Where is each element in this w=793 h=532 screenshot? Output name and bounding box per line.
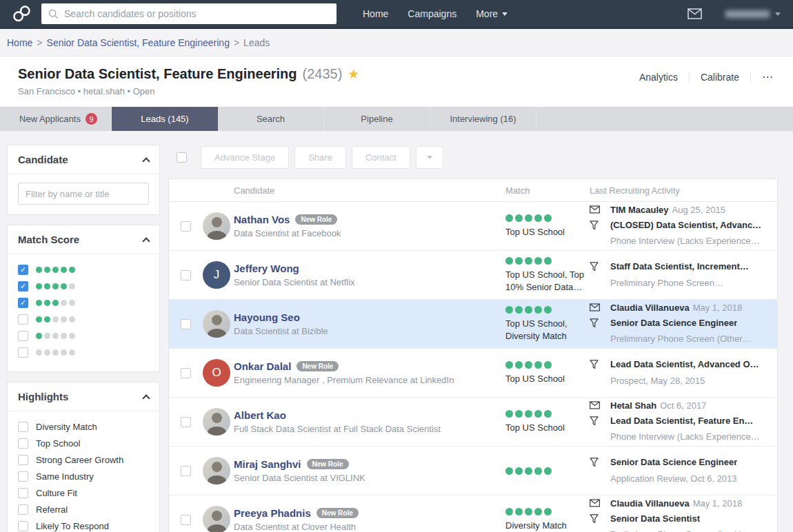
tab-leads[interactable]: Leads (145) [112,107,218,131]
checkbox[interactable] [18,488,28,498]
tab-search[interactable]: Search [218,107,324,131]
tab-new-applicants[interactable]: New Applicants 9 [6,107,112,131]
select-all-checkbox[interactable] [177,152,187,163]
messages-button[interactable] [687,8,702,19]
candidate-role: Data Scientist at Clover Health [234,522,505,532]
match-label: Diversity Match [505,520,590,532]
search-input[interactable] [64,8,330,19]
table-row[interactable]: J Jeffery Wong Senior Data Scientist at … [169,251,777,300]
favorite-star-icon[interactable] [348,68,359,81]
global-search [41,3,337,24]
checkbox[interactable] [18,331,28,341]
candidate-name-link[interactable]: Jeffery Wong [234,263,299,274]
envelope-icon [590,499,600,511]
candidate-role: Data Scientist at Bizible [234,326,505,336]
highlight-option: Likely To Respond [18,519,149,532]
candidate-name-link[interactable]: Albert Kao [234,409,286,421]
checkbox[interactable] [18,281,28,291]
envelope-icon [590,205,600,217]
highlight-option: Culture Fit [18,486,149,500]
row-checkbox[interactable] [181,368,191,378]
new-role-badge: New Role [297,361,339,371]
candidate-name-link[interactable]: Preeya Phadnis [234,507,311,519]
bulk-actions-toolbar: Advance Stage Share Contact [177,146,778,169]
checkbox[interactable] [18,471,28,482]
row-checkbox[interactable] [181,515,191,525]
table-row[interactable]: O Onkar Dalal New Role Engineering Manag… [169,349,777,398]
candidate-name-link[interactable]: Onkar Dalal [234,360,291,372]
match-score-dots [36,349,75,356]
share-button[interactable]: Share [294,146,346,169]
contact-button[interactable]: Contact [352,146,410,169]
table-row[interactable]: Preeya Phadnis New Role Data Scientist a… [169,495,777,532]
row-checkbox[interactable] [181,270,191,280]
breadcrumb-position[interactable]: Senior Data Scientist, Feature Engineeri… [47,37,230,48]
calibrate-button[interactable]: Calibrate [690,72,751,83]
row-checkbox[interactable] [181,466,191,476]
match-label: Top US School, Top 10% Senior Data… [505,269,590,293]
analytics-button[interactable]: Analytics [628,72,690,83]
checkbox[interactable] [18,298,28,308]
match-score-option [18,279,149,293]
app-logo-icon[interactable] [10,4,34,23]
nav-more[interactable]: More [476,8,508,19]
column-last-recruiting-activity: Last Recruiting Activity [590,185,777,196]
match-score-panel-header[interactable]: Match Score [8,225,159,254]
envelope-icon [590,303,600,315]
table-row[interactable]: Miraj Sanghvi New Role Senior Data Scien… [169,447,777,495]
candidate-name-link[interactable]: Nathan Vos [234,214,290,225]
chevron-up-icon [142,237,150,245]
leads-table: Candidate Match Last Recruiting Activity… [168,178,778,532]
candidate-name-link[interactable]: Hayoung Seo [234,311,300,323]
row-checkbox[interactable] [181,319,191,329]
table-row[interactable]: Nathan Vos New Role Data Scientist at Fa… [169,202,777,251]
highlight-option: Same Industry [18,469,149,483]
highlight-option: Referral [18,502,149,516]
highlights-panel-header[interactable]: Highlights [8,382,159,411]
user-menu[interactable] [725,10,781,18]
row-checkbox[interactable] [181,221,191,232]
breadcrumb-home[interactable]: Home [7,37,32,48]
nav-campaigns[interactable]: Campaigns [408,8,456,19]
breadcrumb-separator: > [234,37,239,48]
tab-pipeline[interactable]: Pipeline [324,107,430,131]
row-checkbox[interactable] [181,417,191,427]
option-label: Culture Fit [36,488,77,498]
checkbox[interactable] [18,265,28,275]
candidate-panel-header[interactable]: Candidate [8,145,159,174]
more-actions-button[interactable] [751,70,776,83]
checkbox[interactable] [18,504,28,515]
requisition-count: (2435) [303,66,343,82]
match-score-option [18,345,149,359]
activity-primary: Claudia Villanueva [610,303,690,314]
nav-home[interactable]: Home [363,8,388,19]
checkbox[interactable] [18,347,28,358]
candidate-name-link[interactable]: Miraj Sanghvi [234,458,301,470]
option-label: Same Industry [36,471,94,482]
table-row[interactable]: Hayoung Seo Data Scientist at Bizible To… [169,300,777,349]
candidate-role: Senior Data Scientist at Netflix [234,277,505,287]
checkbox[interactable] [18,314,28,325]
option-label: Strong Career Growth [36,455,123,465]
checkbox[interactable] [18,438,28,449]
activity-primary: (CLOSED) Data Scientist, Advanc… [610,220,761,232]
avatar [203,310,230,338]
more-bulk-actions-button[interactable] [416,146,443,169]
column-match: Match [505,185,590,196]
activity-primary: Hetal Shah [610,400,656,412]
advance-stage-button[interactable]: Advance Stage [201,146,289,169]
candidate-filter-input[interactable] [18,183,149,205]
match-score-option [18,329,149,342]
chevron-down-icon [427,156,432,159]
activity-secondary: Preliminary Phone Screen… [610,278,723,289]
checkbox[interactable] [18,455,28,465]
checkbox[interactable] [18,422,28,432]
checkbox[interactable] [18,521,28,531]
avatar [203,212,230,240]
activity-secondary: Application Review, Oct 6, 2013 [610,473,737,485]
column-candidate: Candidate [234,185,505,196]
tab-interviewing[interactable]: Interviewing (16) [430,107,536,131]
chevron-up-icon [142,157,150,165]
table-row[interactable]: Albert Kao Full Stack Data Scientist at … [169,398,777,447]
activity-primary: Staff Data Scientist, Increment… [610,261,749,273]
